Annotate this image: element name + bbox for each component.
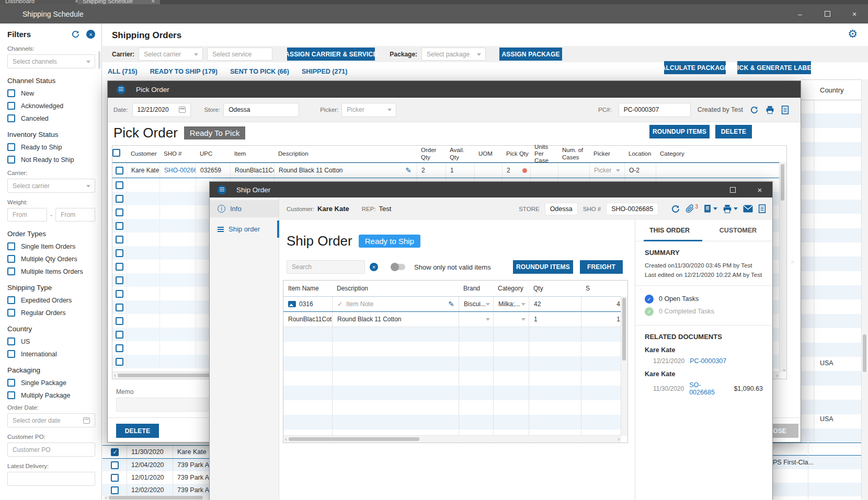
grid-row[interactable] — [801, 371, 862, 385]
attachments-icon[interactable]: 3 — [686, 204, 698, 213]
checkbox-checked[interactable] — [111, 448, 119, 456]
not-valid-items-toggle[interactable] — [391, 264, 405, 270]
tab-dashboard[interactable]: Dashboard × — [0, 0, 84, 4]
row-checkbox[interactable] — [116, 331, 123, 339]
carrier-select[interactable]: Select carrier — [7, 179, 95, 193]
nav-item-info[interactable]: i Info — [210, 200, 279, 217]
grid-row[interactable] — [801, 428, 862, 443]
grid-selected-row[interactable] — [763, 443, 862, 456]
column-header[interactable]: S — [581, 285, 627, 292]
checkbox[interactable] — [7, 391, 15, 399]
scroll-down-icon[interactable]: ⌄ — [780, 366, 788, 372]
refresh-icon[interactable] — [71, 30, 80, 39]
related-doc-link[interactable]: SO-0026685 — [689, 381, 715, 396]
grid-row[interactable] — [801, 171, 862, 185]
filter-option-multiply-package[interactable]: Multiply Package — [7, 391, 95, 399]
column-header[interactable]: Picker — [589, 150, 624, 157]
ship-order-title-bar[interactable]: Ship Order × — [210, 182, 772, 197]
tab-shipping-schedule[interactable]: Shipping Schedule × — [77, 0, 160, 4]
receipt-icon[interactable] — [703, 204, 717, 213]
grid-row[interactable] — [801, 257, 862, 271]
ship-item-row-empty[interactable] — [283, 415, 627, 429]
sho-link[interactable]: SHO-0026685 — [164, 167, 196, 174]
checkbox[interactable] — [7, 309, 15, 317]
ship-item-row-empty[interactable] — [283, 356, 627, 371]
refresh-icon[interactable] — [671, 204, 680, 214]
minimize-button[interactable]: – — [786, 4, 814, 24]
table-vertical-scrollbar[interactable]: ⌄ — [779, 162, 786, 372]
column-header[interactable]: Order Qty — [417, 147, 446, 160]
checkbox[interactable] — [7, 296, 15, 304]
cell-category[interactable]: Milka;... — [498, 300, 520, 308]
column-header[interactable]: Item Name — [283, 285, 332, 292]
row-checkbox[interactable] — [116, 263, 123, 271]
search-input[interactable]: Search — [287, 260, 365, 274]
delete-button[interactable]: DELETE — [715, 125, 752, 138]
tab-sent-to-pick[interactable]: SENT TO PICK (66) — [230, 68, 289, 75]
grid-row[interactable] — [801, 142, 862, 156]
row-checkbox[interactable] — [116, 344, 123, 352]
edit-icon[interactable]: ✎ — [448, 300, 454, 308]
filter-option-multiple-items[interactable]: Multiple Items Orders — [7, 268, 95, 275]
checkbox[interactable] — [111, 461, 119, 469]
filter-option-ready-to-ship[interactable]: Ready to Ship — [7, 143, 95, 151]
grid-row[interactable] — [801, 228, 862, 242]
grid-vertical-scrollbar[interactable] — [861, 79, 868, 500]
row-checkbox[interactable] — [116, 317, 123, 325]
checkbox[interactable] — [7, 156, 15, 164]
grid-row[interactable] — [801, 185, 862, 199]
row-checkbox[interactable] — [116, 195, 123, 203]
ship-item-row-empty[interactable] — [283, 327, 627, 342]
column-header[interactable]: Units Per Case — [530, 144, 558, 165]
grid-row[interactable] — [801, 200, 862, 214]
column-header[interactable]: Brand — [459, 285, 493, 292]
column-header[interactable]: UOM — [474, 150, 502, 157]
open-tasks-row[interactable]: ✓ 0 Open Tasks — [645, 295, 763, 304]
roundup-items-button[interactable]: ROUNDUP ITEMS — [649, 125, 710, 138]
scrollbar-thumb[interactable] — [109, 496, 203, 499]
checkbox[interactable] — [7, 255, 15, 263]
filter-option-not-ready-to-ship[interactable]: Not Ready to Ship — [7, 156, 95, 164]
maximize-button[interactable] — [814, 4, 841, 24]
scroll-right-icon[interactable]: › — [774, 373, 780, 378]
grid-row[interactable] — [801, 299, 862, 313]
tab-customer[interactable]: CUSTOMER — [704, 227, 772, 234]
service-select[interactable]: Select service — [207, 48, 272, 61]
customer-po-input[interactable]: Customer PO — [7, 443, 95, 457]
document-icon[interactable] — [781, 106, 789, 114]
column-header[interactable]: UPC — [196, 150, 230, 157]
latest-delivery-input[interactable] — [7, 472, 95, 486]
calendar-icon[interactable] — [179, 107, 186, 113]
assign-carrier-service-button[interactable]: ASSIGN CARRIER & SERVICE — [287, 48, 375, 61]
filter-option-us[interactable]: US — [7, 338, 95, 345]
scrollbar-thumb[interactable] — [863, 334, 866, 372]
cell-brand[interactable]: Biscui... — [464, 300, 486, 308]
grid-row[interactable]: 12/01/2020 739 Park Ave — [102, 471, 215, 484]
column-header[interactable]: Avail. Qty — [446, 147, 474, 160]
column-header[interactable]: Num. of Cases — [558, 147, 589, 160]
grid-row[interactable] — [801, 113, 862, 127]
calculate-packages-button[interactable]: CALCULATE PACKAGES — [664, 61, 726, 74]
item-image-icon[interactable] — [288, 301, 296, 307]
checkbox[interactable] — [111, 486, 119, 494]
row-checkbox[interactable] — [116, 222, 123, 230]
grid-row[interactable] — [763, 469, 862, 483]
column-header[interactable]: Category — [493, 285, 529, 292]
filter-option-new[interactable]: New — [7, 89, 95, 97]
clear-filters-icon[interactable]: × — [86, 30, 95, 39]
ship-item-row-empty[interactable] — [283, 342, 627, 356]
scroll-left-icon[interactable]: ‹ — [104, 495, 109, 500]
column-header[interactable]: Category — [656, 150, 786, 157]
column-header[interactable]: Qty — [529, 285, 581, 292]
grid-row[interactable]: 12/04/2020 739 Park Ave — [102, 459, 215, 471]
checkbox[interactable] — [7, 143, 15, 151]
refresh-icon[interactable] — [750, 106, 759, 114]
completed-tasks-row[interactable]: ✓ 0 Completed Tasks — [645, 307, 763, 316]
grid-row[interactable] — [801, 157, 862, 171]
cell-qty[interactable]: 42 — [529, 297, 581, 311]
print-icon[interactable] — [723, 204, 738, 214]
checkbox[interactable] — [7, 338, 15, 345]
tab-shipped[interactable]: SHIPPED (271) — [302, 68, 348, 75]
grid-horizontal-scrollbar[interactable]: ‹ — [104, 495, 213, 500]
filter-option-canceled[interactable]: Canceled — [7, 114, 95, 122]
